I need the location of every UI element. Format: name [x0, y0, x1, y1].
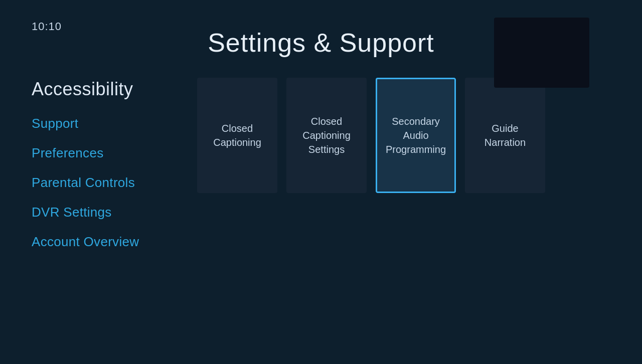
- accessibility-grid: Closed Captioning Closed Captioning Sett…: [197, 74, 545, 264]
- main-content: Accessibility Support Preferences Parent…: [0, 74, 642, 264]
- sidebar-item-account-overview[interactable]: Account Overview: [32, 234, 192, 250]
- sidebar-item-parental-controls[interactable]: Parental Controls: [32, 175, 192, 191]
- sidebar-section-title: Accessibility: [32, 79, 192, 100]
- card-closed-captioning[interactable]: Closed Captioning: [197, 78, 277, 193]
- sidebar-item-preferences[interactable]: Preferences: [32, 145, 192, 161]
- card-closed-captioning-settings[interactable]: Closed Captioning Settings: [286, 78, 367, 193]
- thumbnail-preview: [494, 18, 589, 88]
- sidebar-item-dvr-settings[interactable]: DVR Settings: [32, 205, 192, 220]
- clock-display: 10:10: [32, 20, 62, 33]
- card-guide-narration[interactable]: Guide Narration: [465, 78, 545, 193]
- card-secondary-audio-programming[interactable]: Secondary Audio Programming: [376, 78, 456, 193]
- sidebar: Accessibility Support Preferences Parent…: [32, 74, 192, 264]
- sidebar-item-support[interactable]: Support: [32, 116, 192, 131]
